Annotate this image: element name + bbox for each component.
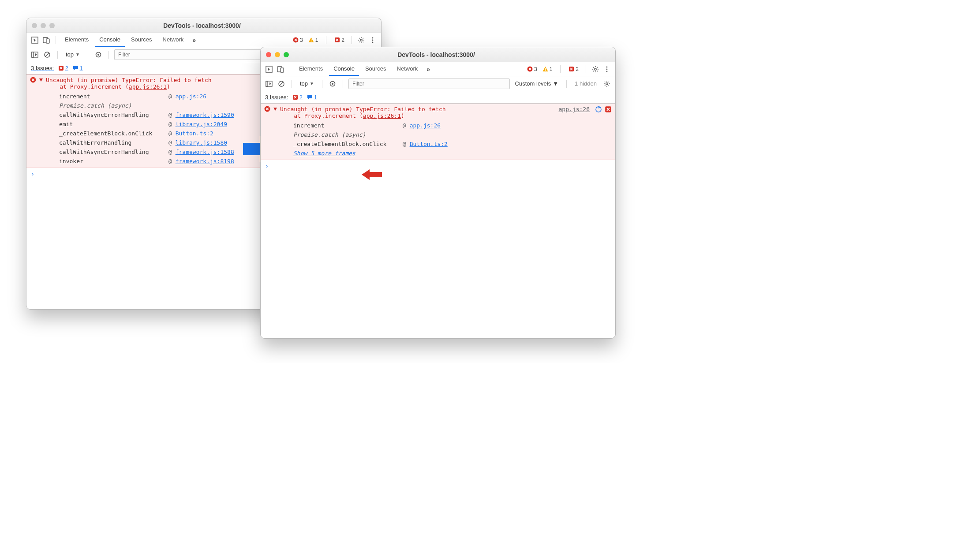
clear-console-icon[interactable] bbox=[42, 50, 52, 60]
svg-marker-14 bbox=[35, 53, 37, 56]
svg-point-11 bbox=[372, 41, 374, 43]
close-dot-icon[interactable] bbox=[32, 23, 37, 28]
svg-point-40 bbox=[606, 82, 608, 84]
inspect-icon[interactable] bbox=[264, 64, 274, 74]
zoom-dot-icon[interactable] bbox=[284, 52, 289, 57]
tab-network[interactable]: Network bbox=[393, 63, 423, 76]
error-entry[interactable]: Uncaught (in promise) TypeError: Failed … bbox=[261, 104, 615, 160]
context-dropdown[interactable]: top ▼ bbox=[63, 50, 82, 59]
filter-input[interactable] bbox=[348, 78, 510, 89]
console-messages[interactable]: Uncaught (in promise) TypeError: Failed … bbox=[261, 104, 615, 338]
window-title: DevTools - localhost:3000/ bbox=[58, 22, 346, 29]
sidebar-toggle-icon[interactable] bbox=[264, 79, 274, 89]
error-loc-link[interactable]: app.js:26:1 bbox=[363, 112, 401, 119]
context-dropdown[interactable]: top ▼ bbox=[297, 79, 317, 88]
minimize-dot-icon[interactable] bbox=[41, 23, 46, 28]
live-expression-icon[interactable] bbox=[94, 50, 103, 60]
kebab-icon[interactable] bbox=[602, 64, 612, 74]
tab-console[interactable]: Console bbox=[329, 63, 359, 76]
sidebar-toggle-icon[interactable] bbox=[30, 50, 40, 60]
stack-src-link[interactable]: Button.ts:2 bbox=[410, 141, 448, 147]
tabs-overflow-icon[interactable]: » bbox=[424, 66, 433, 73]
error-icon bbox=[30, 77, 36, 83]
stack-src-link[interactable]: app.js:26 bbox=[410, 122, 441, 129]
issues-flag-chip: 2 bbox=[58, 65, 68, 71]
svg-point-32 bbox=[606, 71, 608, 72]
device-toggle-icon[interactable] bbox=[41, 35, 51, 45]
traffic-lights bbox=[266, 52, 289, 57]
highlight-arrow-icon bbox=[362, 168, 382, 181]
issues-bar: 3 Issues: 2 1 bbox=[261, 91, 615, 104]
issues-msg-chip: 1 bbox=[73, 65, 83, 71]
log-levels-dropdown[interactable]: Custom levels ▼ bbox=[512, 80, 561, 87]
minimize-dot-icon[interactable] bbox=[275, 52, 280, 57]
flag-count[interactable]: 2 bbox=[569, 66, 579, 72]
svg-rect-27 bbox=[545, 70, 545, 71]
stack-trace: increment@ app.js:26 Promise.catch (asyn… bbox=[293, 121, 556, 158]
tab-elements[interactable]: Elements bbox=[295, 63, 327, 76]
device-toggle-icon[interactable] bbox=[276, 64, 285, 74]
tabstrip: Elements Console Sources Network » 3 1 2 bbox=[26, 33, 381, 47]
svg-marker-47 bbox=[362, 169, 382, 180]
stack-src-link[interactable]: framework.js:1590 bbox=[176, 112, 234, 118]
disclosure-triangle-icon[interactable] bbox=[39, 77, 43, 81]
svg-point-29 bbox=[595, 68, 596, 70]
show-more-frames-link[interactable]: Show 5 more frames bbox=[293, 149, 556, 158]
issues-link[interactable]: 3 Issues: 2 1 bbox=[265, 94, 317, 101]
flag-count[interactable]: 2 bbox=[334, 37, 344, 43]
stack-src-link[interactable]: framework.js:8198 bbox=[176, 158, 234, 164]
issues-msg-chip: 1 bbox=[307, 94, 317, 101]
error-title-l1: Uncaught (in promise) TypeError: Failed … bbox=[280, 106, 446, 112]
error-count[interactable]: 3 bbox=[293, 37, 303, 43]
zoom-dot-icon[interactable] bbox=[49, 23, 55, 28]
tabstrip: Elements Console Sources Network » 3 1 2 bbox=[261, 62, 615, 76]
clear-console-icon[interactable] bbox=[277, 79, 286, 89]
tab-sources[interactable]: Sources bbox=[361, 63, 391, 76]
error-title-l2-pre: at Proxy.increment ( bbox=[294, 112, 363, 119]
stack-src-link[interactable]: Button.ts:2 bbox=[176, 130, 213, 137]
svg-rect-34 bbox=[266, 81, 268, 86]
issues-link[interactable]: 3 Issues: 2 1 bbox=[31, 65, 82, 71]
gear-icon[interactable] bbox=[591, 64, 600, 74]
svg-point-8 bbox=[360, 39, 362, 41]
window-title: DevTools - localhost:3000/ bbox=[292, 51, 580, 58]
inspect-icon[interactable] bbox=[30, 35, 40, 45]
disclosure-triangle-icon[interactable] bbox=[273, 106, 277, 110]
error-title-l2-post: ) bbox=[167, 83, 170, 90]
svg-line-37 bbox=[280, 82, 283, 86]
stack-src-link[interactable]: framework.js:1588 bbox=[176, 149, 234, 155]
titlebar[interactable]: DevTools - localhost:3000/ bbox=[26, 18, 381, 33]
svg-marker-35 bbox=[269, 82, 271, 85]
error-loc-link[interactable]: app.js:26:1 bbox=[129, 83, 167, 90]
gear-small-icon[interactable] bbox=[602, 79, 612, 89]
stack-src-link[interactable]: library.js:2049 bbox=[176, 121, 227, 127]
svg-line-16 bbox=[45, 53, 49, 56]
tab-elements[interactable]: Elements bbox=[60, 34, 93, 47]
titlebar[interactable]: DevTools - localhost:3000/ bbox=[261, 47, 615, 62]
close-dot-icon[interactable] bbox=[266, 52, 271, 57]
tab-sources[interactable]: Sources bbox=[127, 34, 157, 47]
live-expression-icon[interactable] bbox=[328, 79, 337, 89]
warning-count[interactable]: 1 bbox=[542, 66, 553, 72]
hidden-count[interactable]: 1 hidden bbox=[572, 80, 599, 87]
reload-icon[interactable] bbox=[595, 106, 602, 114]
svg-marker-21 bbox=[39, 78, 43, 82]
tab-network[interactable]: Network bbox=[158, 34, 188, 47]
gear-icon[interactable] bbox=[356, 35, 366, 45]
warning-count[interactable]: 1 bbox=[308, 37, 318, 43]
svg-rect-3 bbox=[46, 39, 49, 43]
tabs-overflow-icon[interactable]: » bbox=[190, 37, 198, 44]
source-link[interactable]: app.js:26 bbox=[559, 106, 590, 112]
console-prompt[interactable]: › bbox=[261, 160, 615, 172]
chevron-down-icon: ▼ bbox=[310, 81, 314, 86]
svg-marker-45 bbox=[598, 106, 600, 108]
error-count[interactable]: 3 bbox=[527, 66, 537, 72]
kebab-icon[interactable] bbox=[368, 35, 378, 45]
dismiss-error-icon[interactable] bbox=[605, 106, 612, 114]
error-icon bbox=[264, 106, 270, 112]
stack-src-link[interactable]: library.js:1580 bbox=[176, 139, 227, 146]
tab-console[interactable]: Console bbox=[95, 34, 125, 47]
svg-marker-43 bbox=[273, 108, 277, 111]
stack-src-link[interactable]: app.js:26 bbox=[176, 93, 206, 100]
error-title-l2-pre: at Proxy.increment ( bbox=[60, 83, 129, 90]
